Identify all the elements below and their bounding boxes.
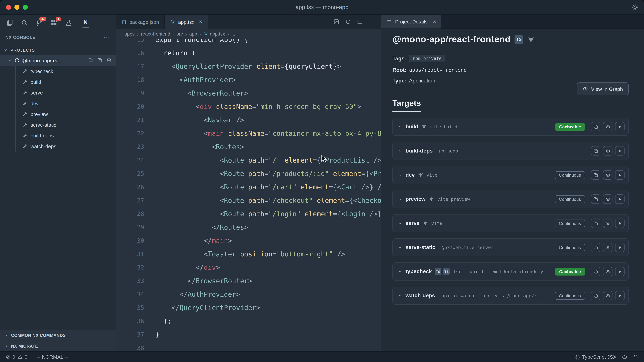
view-task-button[interactable] — [603, 122, 612, 131]
line-text[interactable]: <Route path="/" element={<ProductList />… — [144, 153, 381, 167]
chevron-down-icon[interactable] — [398, 148, 402, 153]
breadcrumb-item-src[interactable]: src — [176, 31, 183, 36]
line-text[interactable]: <main className="container mx-auto px-4 … — [144, 127, 381, 140]
run-task-button[interactable] — [615, 122, 624, 131]
view-task-button[interactable] — [603, 146, 612, 156]
line-text[interactable]: </Routes> — [144, 221, 381, 234]
breadcrumb-item-app-tsx[interactable]: app.tsx — [204, 31, 225, 36]
line-text[interactable]: <Route path="/checkout" element={<Checko… — [144, 194, 381, 207]
minimize-window-button[interactable] — [14, 5, 20, 10]
view-task-button[interactable] — [603, 267, 612, 276]
line-text[interactable]: return ( — [144, 46, 381, 60]
open-changes-icon[interactable] — [334, 19, 340, 25]
run-task-button[interactable] — [615, 146, 624, 156]
line-text[interactable]: <Routes> — [144, 140, 381, 153]
tab-package-json[interactable]: {} package.json — [116, 15, 165, 29]
line-text[interactable]: <Route path="/cart" element={<Cart />} /… — [144, 180, 381, 194]
view-task-button[interactable] — [603, 170, 612, 180]
breadcrumb-item--[interactable]: ... — [231, 31, 235, 36]
line-text[interactable]: <BrowserRouter> — [144, 86, 381, 100]
line-text[interactable]: } — [144, 328, 381, 341]
task-item-serve[interactable]: serve — [16, 87, 116, 98]
task-item-build-deps[interactable]: build-deps — [16, 130, 116, 141]
split-editor-icon[interactable] — [357, 19, 363, 25]
chevron-down-icon[interactable] — [398, 293, 402, 298]
line-text[interactable]: <QueryClientProvider client={queryClient… — [144, 60, 381, 73]
task-item-preview[interactable]: preview — [16, 109, 116, 119]
code-editor[interactable]: 15 export function App() { 16 return ( 1… — [116, 39, 381, 351]
line-text[interactable]: <AuthProvider> — [144, 73, 381, 86]
search-icon[interactable] — [20, 18, 29, 27]
breadcrumb-item-app[interactable]: app — [189, 31, 197, 36]
refresh-icon[interactable] — [345, 19, 351, 25]
notifications-bell-icon[interactable] — [632, 354, 639, 360]
view-in-graph-button[interactable]: View In Graph — [577, 82, 628, 95]
chevron-down-icon[interactable] — [398, 173, 402, 177]
section-common-nx-commands[interactable]: COMMON NX COMMANDS — [0, 330, 116, 341]
files-icon[interactable] — [5, 18, 14, 27]
run-task-button[interactable] — [615, 291, 624, 300]
line-text[interactable]: ); — [144, 314, 381, 328]
copy-task-button[interactable] — [591, 194, 600, 204]
run-task-button[interactable] — [615, 219, 624, 228]
run-task-button[interactable] — [615, 243, 624, 252]
breadcrumb-item-apps[interactable]: apps — [124, 31, 135, 36]
nx-console-icon[interactable]: N — [82, 18, 89, 27]
language-mode[interactable]: {} TypeScript JSX — [575, 354, 616, 360]
line-text[interactable]: </AuthProvider> — [144, 288, 381, 301]
line-text[interactable]: </QueryClientProvider> — [144, 301, 381, 314]
copy-task-button[interactable] — [591, 170, 600, 180]
line-text[interactable]: </div> — [144, 261, 381, 274]
view-task-button[interactable] — [603, 194, 612, 204]
sidebar-more-icon[interactable]: ··· — [104, 34, 110, 40]
chevron-down-icon[interactable] — [398, 269, 402, 274]
project-row-mono-app[interactable]: @mono-app/rea... — [0, 55, 116, 66]
close-tab-icon[interactable]: × — [199, 18, 202, 25]
source-control-icon[interactable]: 32 — [35, 18, 44, 27]
line-text[interactable]: export function App() { — [144, 39, 381, 46]
copy-task-button[interactable] — [591, 243, 600, 252]
extensions-icon[interactable]: 1 — [50, 18, 58, 27]
task-item-serve-static[interactable]: serve-static — [16, 119, 116, 130]
focus-target-icon[interactable] — [106, 58, 112, 63]
copy-task-button[interactable] — [591, 122, 600, 131]
copy-icon[interactable] — [97, 58, 103, 63]
problems-warnings[interactable]: 0 — [18, 354, 28, 360]
close-window-button[interactable] — [6, 5, 11, 10]
problems-errors[interactable]: 0 — [5, 354, 15, 360]
copy-task-button[interactable] — [591, 291, 600, 300]
tab-project-details[interactable]: Project Details × — [381, 15, 442, 28]
task-item-typecheck[interactable]: typecheck — [16, 66, 116, 76]
line-text[interactable]: </BrowserRouter> — [144, 274, 381, 288]
copy-task-button[interactable] — [591, 146, 600, 156]
panel-more-icon[interactable]: ··· — [630, 18, 644, 25]
settings-gear-icon[interactable] — [632, 4, 639, 11]
run-task-button[interactable] — [615, 194, 624, 204]
line-text[interactable]: <Route path="/login" element={<Login />}… — [144, 207, 381, 221]
section-nx-migrate[interactable]: NX MIGRATE — [0, 341, 116, 351]
view-task-button[interactable] — [603, 291, 612, 300]
line-text[interactable] — [144, 341, 381, 351]
maximize-window-button[interactable] — [23, 5, 28, 10]
line-text[interactable]: <Toaster position="bottom-right" /> — [144, 247, 381, 261]
line-text[interactable]: <Route path="/products/:id" element={<Pr… — [144, 167, 381, 180]
line-text[interactable]: <Navbar /> — [144, 113, 381, 127]
task-item-build[interactable]: build — [16, 76, 116, 87]
line-text[interactable]: <div className="min-h-screen bg-gray-50"… — [144, 100, 381, 113]
testing-icon[interactable] — [64, 18, 73, 27]
more-actions-icon[interactable]: ··· — [368, 18, 375, 25]
tab-app-tsx[interactable]: app.tsx × — [165, 15, 208, 29]
projects-section-row[interactable]: PROJECTS — [0, 45, 116, 55]
chevron-down-icon[interactable] — [398, 124, 402, 129]
copy-task-button[interactable] — [591, 267, 600, 276]
vim-mode-indicator[interactable]: -- NORMAL -- — [37, 354, 68, 360]
line-text[interactable]: </main> — [144, 234, 381, 247]
chevron-down-icon[interactable] — [398, 245, 402, 250]
chevron-down-icon[interactable] — [398, 197, 402, 201]
folder-icon[interactable] — [88, 58, 94, 63]
task-item-dev[interactable]: dev — [16, 98, 116, 109]
copilot-icon[interactable] — [622, 354, 628, 360]
chevron-down-icon[interactable] — [398, 221, 402, 226]
task-item-watch-deps[interactable]: watch-deps — [16, 141, 116, 151]
breadcrumb-item-react-frontend[interactable]: react-frontend — [141, 31, 170, 36]
